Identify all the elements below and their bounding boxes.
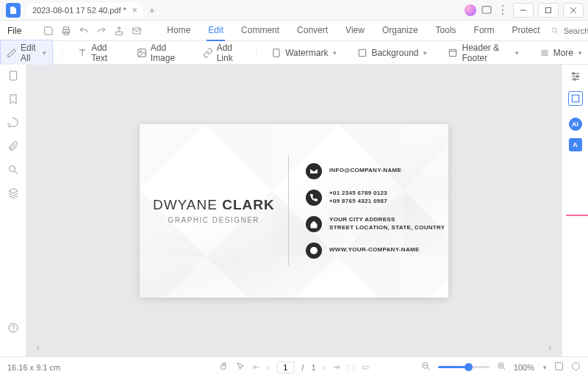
menu-tools[interactable]: Tools [434,21,458,41]
chevron-down-icon: ▾ [333,49,337,57]
next-page-icon[interactable]: › [323,363,326,372]
redo-icon[interactable] [96,26,107,36]
separator [256,46,257,60]
edit-all-button[interactable]: Edit All▾ [0,40,53,66]
web-text: WWW.YOUR-COMPANY-NAME [329,246,420,254]
close-tab-icon[interactable]: × [132,5,137,15]
svg-line-38 [428,368,430,370]
print-icon[interactable] [61,26,71,36]
maximize-button[interactable] [538,3,559,18]
name-last: CLARK [222,197,275,212]
background-label: Background [371,48,418,58]
svg-point-26 [12,330,13,331]
attachment-panel-icon[interactable] [7,140,20,153]
watermark-button[interactable]: Watermark▾ [265,46,343,60]
scroll-left-icon[interactable]: ‹ [37,343,40,352]
background-button[interactable]: Background▾ [351,46,433,60]
card-name: DWYANE CLARK [153,197,275,213]
menu-comment[interactable]: Comment [240,21,281,41]
more-button[interactable]: More▾ [534,46,588,60]
ai-badge-icon[interactable]: AI [569,118,582,131]
search-panel-icon[interactable] [7,163,20,176]
fullscreen-icon[interactable] [571,362,581,373]
chevron-down-icon: ▾ [423,49,427,57]
text-icon [77,48,87,58]
zoom-level[interactable]: 100% [514,363,534,372]
search-tools-input[interactable] [564,26,588,35]
add-text-button[interactable]: Add Text [71,40,122,65]
link-icon [203,48,213,58]
separator [62,46,62,60]
add-image-button[interactable]: Add Image [131,40,188,65]
chevron-down-icon: ▾ [578,49,582,57]
zoom-in-icon[interactable] [497,362,506,373]
svg-point-14 [140,51,141,52]
menu-organize[interactable]: Organize [381,21,420,41]
document-canvas[interactable]: DWYANE CLARK GRAPHIC DESIGNER INFO@COMPA… [26,65,562,356]
last-page-icon[interactable]: ⇥ [333,362,340,372]
kebab-menu-icon[interactable]: ⋮ [497,4,509,16]
menu-view[interactable]: View [344,21,366,41]
bbox-panel-icon[interactable] [568,91,583,106]
share-icon[interactable] [114,26,124,36]
envelope-icon [306,163,322,179]
document-tab[interactable]: 2023-08-01 17 52 40.pdf * × [26,3,143,18]
address-text: YOUR CITY ADDRESSSTREET LOCATION, STATE,… [329,216,445,231]
card-divider [288,155,289,266]
close-window-button[interactable] [563,3,584,18]
menu-edit[interactable]: Edit [207,21,225,41]
chat-icon[interactable] [481,4,492,16]
zoom-out-icon[interactable] [421,362,431,373]
help-icon[interactable] [7,321,20,334]
file-menu[interactable]: File [0,26,29,36]
prev-page-icon[interactable]: ‹ [267,363,270,372]
contact-email: INFO@COMPANY-NAME [306,163,448,179]
watermark-label: Watermark [285,48,328,58]
assistant-orb-icon[interactable] [465,4,476,16]
hand-tool-icon[interactable] [219,362,229,373]
select-tool-icon[interactable] [236,362,245,373]
minimize-button[interactable] [513,3,534,18]
name-first: DWYANE [153,197,222,212]
thumbnail-panel-icon[interactable] [7,69,20,82]
chevron-down-icon[interactable]: ▾ [543,364,547,371]
properties-sliders-icon[interactable] [568,69,583,84]
add-text-label: Add Text [91,43,116,63]
email-text: INFO@COMPANY-NAME [329,167,401,174]
save-icon[interactable] [43,26,54,36]
read-mode-icon[interactable] [554,362,564,373]
menu-convert[interactable]: Convert [295,21,329,41]
search-icon [551,26,559,35]
first-page-icon[interactable]: ⇤ [253,362,259,372]
header-footer-button[interactable]: Header & Footer▾ [442,40,524,65]
layers-panel-icon[interactable] [7,187,20,200]
chevron-down-icon: ▾ [43,49,46,57]
menu-protect[interactable]: Protect [511,21,542,41]
right-sidebar: AI A [562,65,588,356]
svg-rect-2 [546,7,551,12]
globe-icon [306,243,322,259]
zoom-slider-thumb[interactable] [465,363,473,371]
contact-phone: +01 2345 6789 0123+09 8765 4321 0987 [306,190,448,206]
zoom-slider[interactable] [438,366,490,368]
contact-address: YOUR CITY ADDRESSSTREET LOCATION, STATE,… [306,216,448,232]
new-tab-button[interactable]: + [149,4,155,16]
svg-rect-22 [10,71,16,80]
scroll-right-icon[interactable]: › [548,343,551,352]
menu-home[interactable]: Home [165,21,192,41]
svg-line-42 [503,368,506,370]
page-number-input[interactable] [276,362,294,373]
page-sep: / [301,363,304,372]
undo-icon[interactable] [79,26,89,36]
fit-width-icon[interactable]: ⬚ [347,362,354,372]
menu-form[interactable]: Form [473,21,496,41]
bookmark-panel-icon[interactable] [7,93,20,106]
svg-rect-16 [359,49,366,56]
mail-icon[interactable] [132,26,142,36]
business-card-page[interactable]: DWYANE CLARK GRAPHIC DESIGNER INFO@COMPA… [140,124,448,298]
home-icon [306,216,322,232]
translate-badge-icon[interactable]: A [569,138,582,151]
comment-panel-icon[interactable] [7,116,20,129]
fit-page-icon[interactable]: ▭ [362,362,369,372]
add-link-button[interactable]: Add Link [197,40,248,65]
